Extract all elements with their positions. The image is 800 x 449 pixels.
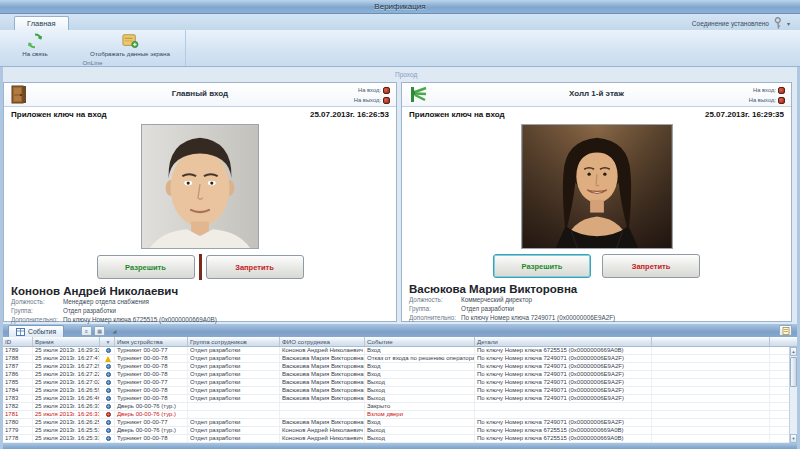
cell-event: Выход [365,379,475,386]
cell-device: Дверь 00-00-76 (тур.) [115,411,188,418]
cell-details: По ключу Номер ключа 7249071 (0x00000006… [475,395,652,402]
table-row[interactable]: 1782 25 июля 2013г. 16:26:33 Дверь 00-00… [3,403,797,411]
table-row[interactable]: 1789 25 июля 2013г. 16:29:32 Турникет 00… [3,347,797,355]
column-header-icon[interactable]: ▼ [100,337,115,346]
table-row[interactable]: 1784 25 июля 2013г. 16:26:59 Турникет 00… [3,387,797,395]
cell-group: Отдел разработки [188,419,280,426]
column-header-id[interactable]: ID [3,337,33,346]
scroll-up-icon[interactable]: ▲ [790,347,797,356]
panel-title: Главный вход [4,89,396,98]
cell-empty [652,419,770,426]
column-header-person[interactable]: ФИО сотрудника [280,337,365,346]
card-icon [120,33,140,49]
title-bar[interactable]: Верификация [0,0,800,14]
table-row[interactable]: 1786 25 июля 2013г. 16:27:22 Турникет 00… [3,371,797,379]
cell-id: 1778 [3,435,33,442]
cell-event: Вход [365,347,475,354]
cell-details: По ключу Номер ключа 7249071 (0x00000006… [475,363,652,370]
column-header-filler [770,337,797,346]
table-row[interactable]: 1779 25 июля 2013г. 16:25:51 Дверь 00-00… [3,427,797,435]
cell-device: Турникет 00-00-77 [115,347,188,354]
column-header-group[interactable]: Группа сотрудников [188,337,280,346]
cell-empty [652,435,770,442]
panel-header: Главный вход На вход: На выход: [4,83,396,107]
window-title: Верификация [374,2,425,11]
table-row[interactable]: 1785 25 июля 2013г. 16:27:02 Турникет 00… [3,379,797,387]
cell-empty [652,387,770,394]
cell-time: 25 июля 2013г. 16:26:33 [33,403,100,410]
cell-id: 1785 [3,379,33,386]
cell-details: По ключу Номер ключа 7249071 (0x00000006… [475,355,652,362]
bottom-status-bar [0,443,800,449]
table-scrollbar[interactable]: ▲ ▼ [789,347,797,443]
exit-indicator-icon [778,97,785,104]
ribbon: На связь Отображать данные экрана OnLine [0,30,800,67]
chevron-down-icon[interactable]: ▾ [787,20,790,27]
display-data-button[interactable]: Отображать данные экрана [86,32,174,58]
column-header-device[interactable]: Имя устройства [115,337,188,346]
cell-group: Отдел разработки [188,363,280,370]
table-body: 1789 25 июля 2013г. 16:29:32 Турникет 00… [3,347,797,443]
cell-empty [652,403,770,410]
table-row[interactable]: 1778 25 июля 2013г. 16:25:31 Турникет 00… [3,435,797,443]
allow-button[interactable]: Разрешить [493,254,591,278]
cell-group: Отдел разработки [188,371,280,378]
table-row[interactable]: 1781 25 июля 2013г. 16:26:33 Дверь 00-00… [3,411,797,419]
tab-events[interactable]: События [8,325,64,337]
table-row[interactable]: 1780 25 июля 2013г. 16:26:25 Турникет 00… [3,419,797,427]
cell-group: Отдел разработки [188,387,280,394]
photo-man [4,124,396,249]
cell-time: 25 июля 2013г. 16:27:22 [33,371,100,378]
cell-person [280,403,365,410]
table-row[interactable]: 1787 25 июля 2013г. 16:27:29 Турникет 00… [3,363,797,371]
deny-button[interactable]: Запретить [602,254,700,278]
view-toggle-list-button[interactable]: ≡ [81,326,92,336]
cell-empty [652,363,770,370]
event-type-icon [100,379,115,386]
events-options-button[interactable] [779,325,792,336]
cell-person: Васюкова Мария Викторовна [280,363,365,370]
cell-group: Отдел разработки [188,435,280,442]
decision-buttons: Разрешить Запретить [4,254,396,280]
in-label: На вход: [753,87,776,93]
allow-button[interactable]: Разрешить [97,255,195,279]
cell-details: По ключу Номер ключа 7249071 (0x00000006… [475,371,652,378]
connect-button[interactable]: На связь [6,32,64,58]
cell-id: 1786 [3,371,33,378]
tab-main[interactable]: Главная [14,16,69,30]
cell-device: Турникет 00-00-77 [115,379,188,386]
cell-person: Васюкова Мария Викторовна [280,355,365,362]
scroll-down-icon[interactable]: ▼ [790,434,797,443]
table-row[interactable]: 1783 25 июля 2013г. 16:26:46 Турникет 00… [3,395,797,403]
cell-time: 25 июля 2013г. 16:25:51 [33,427,100,434]
column-header-details[interactable]: Детали [475,337,652,346]
table-row[interactable]: 1788 25 июля 2013г. 16:27:47 Турникет 00… [3,355,797,363]
column-header-event[interactable]: Событие [365,337,475,346]
direction-indicators: На вход: На выход: [354,85,390,105]
chevron-more-icon[interactable]: ◢ [109,326,120,336]
scrollbar-thumb[interactable] [790,357,797,387]
cell-person: Васюкова Мария Викторовна [280,387,365,394]
view-toggle-columns-button[interactable]: ▦ [94,326,105,336]
field-label: Должность: [11,297,63,306]
cell-person: Васюкова Мария Викторовна [280,379,365,386]
event-type-icon [100,395,115,402]
event-type-icon [100,387,115,394]
cell-details: По ключу Номер ключа 7249071 (0x00000006… [475,419,652,426]
tab-events-label: События [28,328,56,335]
cell-details: По ключу Номер ключа 7249071 (0x00000006… [475,379,652,386]
app-window: Верификация Главная Соединение установле… [0,0,800,449]
panel-body: Приложен ключ на вход 25.07.2013г. 16:29… [402,107,791,321]
column-header-time[interactable]: Время [33,337,100,346]
sort-icon: ▼ [106,337,111,346]
event-type-icon [100,435,115,442]
cell-time: 25 июля 2013г. 16:27:29 [33,363,100,370]
deny-button[interactable]: Запретить [206,255,304,279]
event-type-icon [100,403,115,410]
table-header-row[interactable]: ID Время ▼ Имя устройства Группа сотрудн… [3,337,797,347]
cell-empty [652,395,770,402]
display-data-button-label: Отображать данные экрана [90,50,170,57]
event-datetime: 25.07.2013г. 16:29:35 [705,110,784,119]
cell-device: Дверь 00-00-76 (тур.) [115,403,188,410]
entry-indicator-icon [778,87,785,94]
